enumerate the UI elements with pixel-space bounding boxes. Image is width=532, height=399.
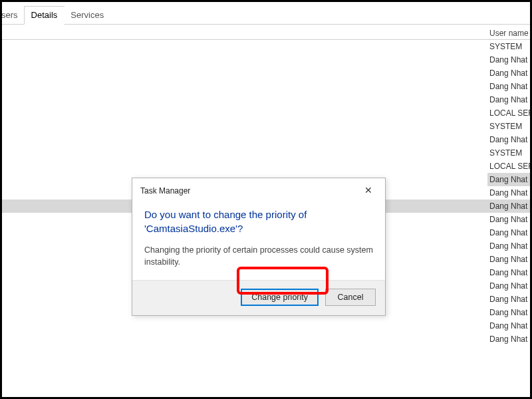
change-priority-button[interactable]: Change priority	[241, 289, 319, 306]
table-row[interactable]: Dang Nhat	[487, 319, 530, 332]
dialog-button-row: Change priority Cancel	[132, 280, 385, 315]
tab-details[interactable]: Details	[24, 6, 65, 25]
tab-services[interactable]: Services	[64, 7, 110, 24]
table-row[interactable]: Dang Nhat	[487, 253, 530, 266]
tab-strip: sers Details Services	[2, 2, 530, 25]
table-row[interactable]: Dang Nhat	[487, 66, 530, 80]
table-row[interactable]: LOCAL SERVICE	[487, 160, 530, 173]
dialog-titlebar: Task Manager ✕	[132, 178, 385, 200]
table-row[interactable]: Dang Nhat	[487, 293, 530, 306]
table-row[interactable]: Dang Nhat	[487, 279, 530, 293]
header-separator	[2, 39, 530, 40]
table-row[interactable]: Dang Nhat	[487, 186, 530, 200]
table-row[interactable]: Dang Nhat	[487, 226, 530, 239]
table-row[interactable]: SYSTEM	[487, 146, 530, 160]
table-row[interactable]: SYSTEM	[487, 120, 530, 133]
table-row[interactable]: Dang Nhat	[487, 239, 530, 253]
table-row[interactable]: Dang Nhat	[487, 306, 530, 319]
close-icon[interactable]: ✕	[358, 184, 378, 198]
table-row[interactable]: LOCAL SERVICE	[487, 106, 530, 120]
cancel-button[interactable]: Cancel	[325, 289, 376, 306]
dialog-body: Do you want to change the priority of 'C…	[132, 200, 385, 280]
dialog-title: Task Manager	[140, 186, 190, 196]
confirm-dialog: Task Manager ✕ Do you want to change the…	[132, 178, 386, 316]
table-row[interactable]: Dang Nhat	[487, 332, 530, 346]
table-row[interactable]: Dang Nhat	[487, 133, 530, 146]
tab-partial[interactable]: sers	[1, 7, 25, 24]
table-row[interactable]: SYSTEM	[487, 40, 530, 53]
table-row[interactable]: Dang Nhat	[487, 53, 530, 66]
table-row[interactable]: Dang Nhat	[487, 173, 530, 186]
username-column: User name SYSTEMDang NhatDang NhatDang N…	[487, 29, 530, 346]
table-row[interactable]: Dang Nhat	[487, 93, 530, 106]
dialog-question: Do you want to change the priority of 'C…	[144, 207, 373, 235]
table-row[interactable]: Dang Nhat	[487, 266, 530, 279]
content-area: User name SYSTEMDang NhatDang NhatDang N…	[2, 29, 530, 399]
table-row[interactable]: Dang Nhat	[487, 213, 530, 226]
column-header-username[interactable]: User name	[487, 29, 530, 40]
dialog-warning: Changing the priority of certain process…	[144, 245, 373, 268]
table-row[interactable]: Dang Nhat	[487, 80, 530, 93]
table-row[interactable]: Dang Nhat	[487, 200, 530, 213]
